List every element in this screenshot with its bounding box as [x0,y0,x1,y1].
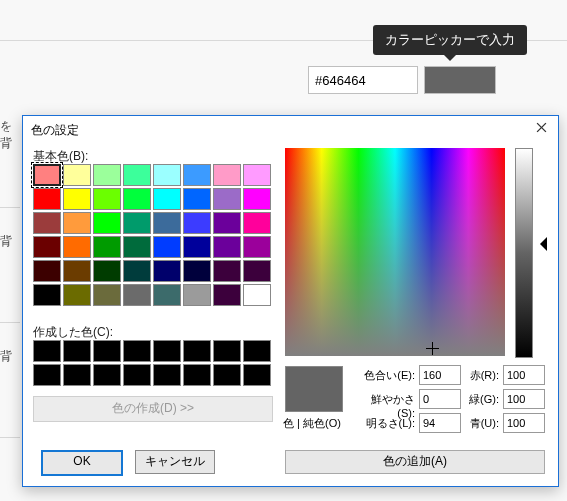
basic-color-swatch[interactable] [153,164,181,186]
basic-color-swatch[interactable] [213,284,241,306]
basic-color-swatch[interactable] [33,212,61,234]
basic-color-swatch[interactable] [243,260,271,282]
basic-color-swatch[interactable] [153,212,181,234]
tooltip-color-picker: カラーピッカーで入力 [373,25,527,55]
basic-color-swatch[interactable] [93,164,121,186]
basic-color-swatch[interactable] [213,188,241,210]
custom-color-swatch[interactable] [93,340,121,362]
basic-color-swatch[interactable] [243,188,271,210]
basic-color-swatch[interactable] [243,164,271,186]
ok-button[interactable]: OK [41,450,123,476]
basic-color-swatch[interactable] [63,188,91,210]
green-field[interactable] [503,389,545,409]
hex-color-input[interactable] [308,66,418,94]
basic-color-swatch[interactable] [63,284,91,306]
basic-colors-grid [33,164,271,306]
custom-color-swatch[interactable] [183,340,211,362]
basic-color-swatch[interactable] [183,188,211,210]
triangle-left-icon[interactable] [533,237,547,251]
lum-field[interactable] [419,413,461,433]
hue-label: 色合い(E): [361,368,415,383]
color-swatch-button[interactable] [424,66,496,94]
custom-color-swatch[interactable] [33,364,61,386]
bg-text-frag-1: を 背 [0,118,18,152]
define-custom-button: 色の作成(D) >> [33,396,273,422]
lum-label: 明るさ(L): [361,416,415,431]
basic-color-swatch[interactable] [93,236,121,258]
custom-color-swatch[interactable] [93,364,121,386]
basic-color-swatch[interactable] [33,164,61,186]
add-color-button[interactable]: 色の追加(A) [285,450,545,474]
saturation-gradient [285,148,505,356]
custom-color-swatch[interactable] [153,364,181,386]
color-spectrum[interactable] [285,148,505,356]
basic-color-swatch[interactable] [93,188,121,210]
custom-color-swatch[interactable] [243,364,271,386]
custom-colors-grid [33,340,271,386]
cancel-button[interactable]: キャンセル [135,450,215,474]
red-label: 赤(R): [459,368,499,383]
basic-color-swatch[interactable] [153,236,181,258]
divider [0,207,20,208]
basic-color-swatch[interactable] [123,284,151,306]
basic-color-swatch[interactable] [33,236,61,258]
basic-color-swatch[interactable] [183,236,211,258]
basic-color-swatch[interactable] [183,212,211,234]
basic-color-swatch[interactable] [183,164,211,186]
basic-color-swatch[interactable] [213,236,241,258]
basic-color-swatch[interactable] [213,164,241,186]
basic-color-swatch[interactable] [33,284,61,306]
color-dialog: 色の設定 基本色(B): 作成した色(C): 色の作成(D) >> OK キャン… [22,115,559,487]
basic-color-swatch[interactable] [63,212,91,234]
bg-text-frag-2: 背 [0,233,18,250]
custom-color-swatch[interactable] [123,340,151,362]
green-label: 緑(G): [459,392,499,407]
custom-color-swatch[interactable] [183,364,211,386]
blue-field[interactable] [503,413,545,433]
custom-colors-label: 作成した色(C): [33,324,113,341]
basic-color-swatch[interactable] [93,212,121,234]
basic-color-swatch[interactable] [153,260,181,282]
dialog-title: 色の設定 [31,122,79,139]
basic-color-swatch[interactable] [123,188,151,210]
bg-text-frag-3: 背 [0,348,18,365]
custom-color-swatch[interactable] [213,340,241,362]
basic-color-swatch[interactable] [93,260,121,282]
divider [0,437,20,438]
basic-color-swatch[interactable] [213,212,241,234]
custom-color-swatch[interactable] [123,364,151,386]
basic-color-swatch[interactable] [123,164,151,186]
basic-color-swatch[interactable] [183,260,211,282]
hue-field[interactable] [419,365,461,385]
basic-color-swatch[interactable] [243,212,271,234]
sat-label: 鮮やかさ(S): [361,392,415,419]
basic-color-swatch[interactable] [243,236,271,258]
basic-color-swatch[interactable] [63,260,91,282]
basic-color-swatch[interactable] [153,284,181,306]
basic-color-swatch[interactable] [33,260,61,282]
color-preview [285,366,343,412]
basic-color-swatch[interactable] [123,212,151,234]
basic-color-swatch[interactable] [153,188,181,210]
custom-color-swatch[interactable] [153,340,181,362]
basic-color-swatch[interactable] [33,188,61,210]
custom-color-swatch[interactable] [63,340,91,362]
basic-color-swatch[interactable] [123,260,151,282]
divider [0,322,20,323]
basic-color-swatch[interactable] [243,284,271,306]
basic-color-swatch[interactable] [123,236,151,258]
basic-color-swatch[interactable] [93,284,121,306]
custom-color-swatch[interactable] [63,364,91,386]
red-field[interactable] [503,365,545,385]
close-icon[interactable] [530,120,552,138]
custom-color-swatch[interactable] [213,364,241,386]
basic-colors-label: 基本色(B): [33,148,88,165]
custom-color-swatch[interactable] [33,340,61,362]
basic-color-swatch[interactable] [63,236,91,258]
sat-field[interactable] [419,389,461,409]
basic-color-swatch[interactable] [213,260,241,282]
basic-color-swatch[interactable] [183,284,211,306]
basic-color-swatch[interactable] [63,164,91,186]
custom-color-swatch[interactable] [243,340,271,362]
luminance-slider[interactable] [515,148,533,358]
